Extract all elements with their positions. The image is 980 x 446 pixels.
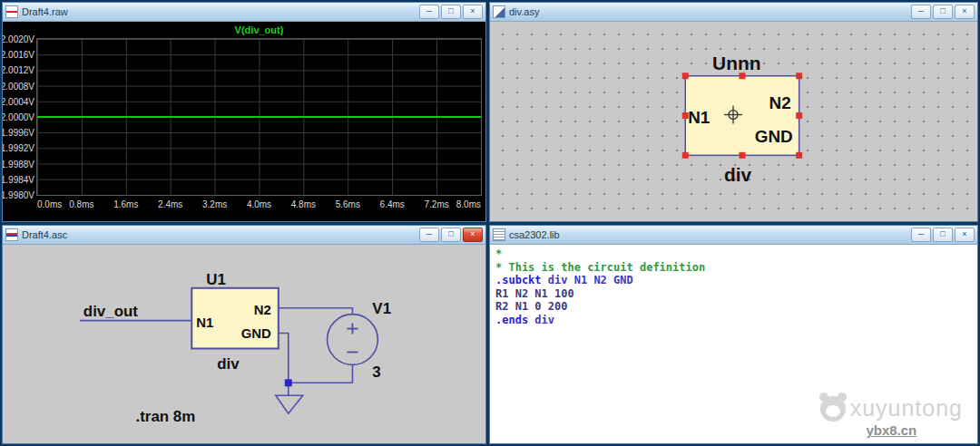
ltspice-workspace: Draft4.raw ─ □ × V(div_out) 2.0020V2.001… [0,0,980,446]
plot-region[interactable]: 2.0020V2.0016V2.0012V2.0008V2.0004V2.000… [36,38,482,196]
window-controls: ─ □ × [419,228,483,242]
voltage-source-body[interactable] [328,315,378,365]
minimize-button[interactable]: ─ [911,228,931,242]
trace-v-div-out [37,116,481,118]
maximize-button[interactable]: □ [933,228,953,242]
titlebar-lib[interactable]: csa2302.lib ─ □ × [490,226,977,245]
spice-directive-label[interactable]: .tran 8m [136,408,196,425]
y-tick-label: 2.0016V [3,50,34,60]
source-value-label[interactable]: 3 [372,364,380,381]
window-title: csa2302.lib [509,229,560,240]
symbol-drawing[interactable]: Unnn N2 N1 GND div [490,22,977,221]
maximize-button[interactable]: □ [933,5,953,19]
y-tick-label: 2.0008V [3,81,34,91]
pin-label-gnd: GND [755,127,793,146]
window-title: div.asy [509,6,539,17]
source-ref-label[interactable]: V1 [372,300,391,317]
code-line: .ends div [495,314,977,327]
plus-icon [347,324,358,334]
close-button[interactable]: × [463,228,483,242]
x-tick-label: 1.6ms [113,199,138,209]
y-tick-label: 1.9996V [3,128,34,138]
maximize-button[interactable]: □ [441,228,461,242]
x-tick-label: 4.8ms [291,199,316,209]
x-tick-label: 5.6ms [336,199,360,209]
x-tick-label: 0.0ms [37,199,62,209]
window-title: Draft4.asc [22,229,67,240]
titlebar-schematic[interactable]: Draft4.asc ─ □ × [3,226,485,245]
window-schematic: Draft4.asc ─ □ × [2,225,486,444]
x-tick-label: 4.0ms [247,199,271,209]
ground-symbol-icon[interactable] [276,395,303,413]
x-tick-label: 3.2ms [202,199,227,209]
symbol-name-label[interactable]: div [217,355,240,373]
y-tick-label: 2.0020V [3,34,34,44]
plot-pane: V(div_out) 2.0020V2.0016V2.0012V2.0008V2… [3,22,485,221]
net-label-div-out[interactable]: div_out [83,303,138,320]
watermark-site: ybx8.cn [820,422,963,438]
pin-label-n1: N1 [196,315,213,330]
instance-ref-label[interactable]: U1 [206,271,226,288]
x-tick-label: 6.4ms [380,199,405,209]
trace-title: V(div_out) [36,24,482,35]
pin-label-n2: N2 [769,93,791,112]
code-line: R1 N2 N1 100 [495,287,977,301]
close-button[interactable]: × [463,5,483,19]
schematic-drawing[interactable]: U1 N2 GND N1 div div_out V1 3 .tran 8m [3,245,485,443]
code-line: R2 N1 0 200 [495,300,977,314]
x-tick-label: 0.8ms [69,199,93,209]
y-tick-label: 1.9992V [3,143,34,153]
window-lib-editor: csa2302.lib ─ □ × ** This is the circuit… [489,225,978,444]
pin-label-n1: N1 [688,108,710,127]
y-tick-label: 2.0000V [3,112,34,122]
lib-editor-pane[interactable]: ** This is the circuit definition.subckt… [490,245,977,443]
window-controls: ─ □ × [911,5,975,19]
pin-label-gnd: GND [241,325,271,341]
code-line: .subckt div N1 N2 GND [495,274,977,287]
minimize-button[interactable]: ─ [911,5,931,19]
watermark-name: xuyuntong [850,395,963,422]
y-tick-label: 1.9984V [3,174,34,184]
x-tick-label: 2.4ms [158,199,182,209]
y-tick-label: 1.9988V [3,159,34,169]
x-tick-label: 7.2ms [424,199,448,209]
junction-dot [285,379,292,386]
watermark-panda-logo-icon [820,396,846,422]
close-button[interactable]: × [955,228,975,242]
minimize-button[interactable]: ─ [419,228,439,242]
symbol-prefix-label: Unnn [712,53,760,73]
symbol-canvas[interactable]: Unnn N2 N1 GND div [490,22,977,221]
schematic-canvas[interactable]: U1 N2 GND N1 div div_out V1 3 .tran 8m [3,245,485,443]
code-line: * [495,247,977,261]
titlebar-waveform[interactable]: Draft4.raw ─ □ × [3,3,485,22]
y-tick-label: 1.9980V [3,190,34,200]
text-file-icon [493,228,505,241]
code-line: * This is the circuit definition [495,261,977,275]
pin-label-n2: N2 [254,302,271,317]
x-tick-label: 8.0ms [456,199,481,209]
minimize-button[interactable]: ─ [419,5,439,19]
window-controls: ─ □ × [419,5,483,19]
titlebar-symbol[interactable]: div.asy ─ □ × [490,3,977,22]
close-button[interactable]: × [955,5,975,19]
window-controls: ─ □ × [911,228,975,242]
window-waveform-viewer: Draft4.raw ─ □ × V(div_out) 2.0020V2.001… [2,2,486,222]
y-tick-label: 2.0012V [3,65,34,75]
watermark: xuyuntong ybx8.cn [820,395,963,438]
y-tick-label: 2.0004V [3,96,34,106]
symbol-name-label: div [724,164,752,185]
schematic-file-icon [5,228,18,241]
window-title: Draft4.raw [22,6,68,17]
waveform-file-icon [5,5,18,18]
symbol-file-icon [493,5,505,18]
maximize-button[interactable]: □ [441,5,461,19]
window-symbol-editor: div.asy ─ □ × [489,2,978,222]
